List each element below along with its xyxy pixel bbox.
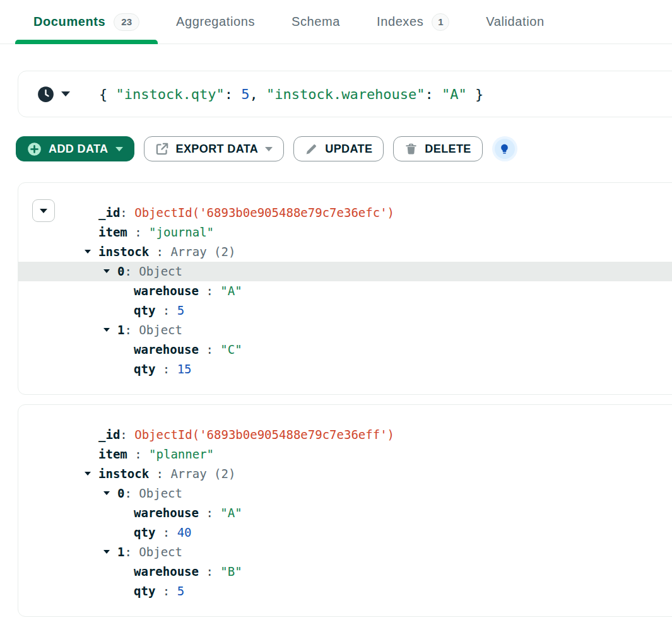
query-token: }	[467, 86, 484, 102]
trash-icon	[404, 143, 418, 156]
export-data-button[interactable]: EXPORT DATA	[144, 136, 285, 161]
field-separator: :	[124, 486, 139, 500]
document-field-row[interactable]: item : "planner"	[18, 445, 672, 464]
field-separator: :	[155, 362, 177, 376]
query-filter-input[interactable]: { "instock.qty": 5, "instock.warehouse":…	[99, 86, 483, 102]
field-key: 0	[117, 264, 124, 278]
field-key: warehouse	[134, 564, 199, 578]
field-value: ObjectId('6893b0e905488e79c7e36eff')	[134, 428, 394, 441]
chevron-down-icon	[40, 209, 47, 213]
active-tab-underline	[15, 40, 158, 44]
field-value: Object	[139, 264, 182, 278]
field-key: 0	[117, 486, 124, 500]
export-data-label: EXPORT DATA	[176, 143, 259, 156]
query-token: "instock.qty"	[116, 86, 225, 102]
field-value: Object	[139, 545, 182, 559]
tab-validation[interactable]: Validation	[468, 0, 562, 44]
document-field-row[interactable]: 1: Object	[18, 542, 672, 562]
document-field-row[interactable]: warehouse : "C"	[18, 340, 672, 359]
update-button[interactable]: UPDATE	[293, 136, 384, 161]
document-field-row[interactable]: item : "journal"	[18, 223, 672, 242]
document-field-row-highlighted[interactable]: 0: Object	[18, 262, 672, 281]
field-value: 15	[177, 362, 192, 376]
query-history-button[interactable]	[37, 86, 70, 103]
field-value: "planner"	[149, 447, 214, 461]
field-separator: :	[199, 564, 220, 578]
field-key: _id	[98, 428, 120, 441]
insights-button[interactable]	[495, 139, 515, 159]
field-key: qty	[134, 303, 155, 317]
tab-schema-label: Schema	[292, 15, 340, 29]
query-token: :	[225, 86, 242, 102]
field-value: Object	[139, 323, 182, 337]
tab-aggregations[interactable]: Aggregations	[158, 0, 273, 44]
field-key: item	[98, 447, 127, 461]
field-key: 1	[117, 545, 124, 559]
field-separator: :	[199, 284, 220, 298]
document-card[interactable]: _id: ObjectId('6893b0e905488e79c7e36efc'…	[18, 182, 672, 395]
field-separator: :	[155, 303, 177, 317]
document-field-row[interactable]: _id: ObjectId('6893b0e905488e79c7e36efc'…	[18, 203, 672, 223]
tab-schema[interactable]: Schema	[273, 0, 358, 44]
query-token: "instock.warehouse"	[266, 86, 425, 102]
document-field-row[interactable]: instock : Array (2)	[18, 242, 672, 262]
collapse-caret-icon[interactable]	[85, 242, 98, 262]
document-field-row[interactable]: instock : Array (2)	[18, 464, 672, 484]
collapse-caret-icon[interactable]	[103, 484, 117, 503]
documents-toolbar: ADD DATA EXPORT DATA UPDATE DELETE	[16, 136, 672, 161]
collapse-caret-icon[interactable]	[85, 464, 98, 484]
document-field-row[interactable]: 1: Object	[18, 320, 672, 340]
document-field-row[interactable]: warehouse : "B"	[18, 562, 672, 581]
field-separator: :	[124, 264, 139, 278]
field-key: qty	[134, 362, 155, 376]
field-key: warehouse	[134, 342, 199, 356]
field-separator: :	[127, 225, 149, 239]
document-field-row[interactable]: qty : 15	[18, 359, 672, 379]
field-value: "C"	[220, 342, 242, 356]
field-key: warehouse	[134, 284, 199, 298]
document-field-row[interactable]: _id: ObjectId('6893b0e905488e79c7e36eff'…	[18, 425, 672, 445]
document-field-row[interactable]: warehouse : "A"	[18, 503, 672, 523]
field-key: _id	[98, 206, 120, 219]
delete-label: DELETE	[425, 143, 471, 156]
field-key: qty	[134, 525, 155, 539]
query-token: :	[425, 86, 442, 102]
field-value: "B"	[220, 564, 242, 578]
tab-documents[interactable]: Documents 23	[15, 0, 158, 44]
expand-document-button[interactable]	[32, 199, 55, 222]
plus-circle-icon	[27, 142, 42, 156]
field-separator: :	[155, 584, 177, 598]
collapse-caret-icon[interactable]	[103, 542, 117, 562]
field-value: "A"	[220, 506, 242, 520]
documents-count-badge: 23	[114, 13, 139, 31]
delete-button[interactable]: DELETE	[393, 136, 482, 161]
tab-validation-label: Validation	[486, 15, 544, 29]
document-field-row[interactable]: qty : 5	[18, 301, 672, 320]
field-separator: :	[127, 447, 149, 461]
collection-tab-bar: Documents 23 Aggregations Schema Indexes…	[0, 0, 672, 44]
field-value: 5	[177, 584, 184, 598]
field-separator: :	[149, 467, 170, 481]
update-label: UPDATE	[325, 143, 372, 156]
lightbulb-icon	[499, 144, 510, 155]
field-separator: :	[199, 506, 220, 520]
field-value: Array (2)	[170, 245, 235, 259]
collapse-caret-icon[interactable]	[103, 262, 117, 281]
chevron-down-icon	[61, 91, 70, 96]
tab-indexes-label: Indexes	[377, 15, 423, 29]
field-key: instock	[98, 245, 149, 259]
add-data-button[interactable]: ADD DATA	[16, 136, 134, 161]
tab-indexes[interactable]: Indexes 1	[358, 0, 468, 44]
field-value: Object	[139, 486, 182, 500]
document-field-row[interactable]: warehouse : "A"	[18, 281, 672, 301]
document-card[interactable]: _id: ObjectId('6893b0e905488e79c7e36eff'…	[18, 404, 672, 617]
collapse-caret-icon[interactable]	[103, 320, 117, 340]
field-key: warehouse	[134, 506, 199, 520]
query-bar[interactable]: { "instock.qty": 5, "instock.warehouse":…	[18, 71, 672, 117]
document-field-row[interactable]: qty : 40	[18, 523, 672, 542]
chevron-down-icon	[265, 147, 273, 151]
document-field-row[interactable]: 0: Object	[18, 484, 672, 503]
chevron-down-icon	[115, 147, 123, 151]
field-separator: :	[199, 342, 220, 356]
document-field-row[interactable]: qty : 5	[18, 581, 672, 601]
